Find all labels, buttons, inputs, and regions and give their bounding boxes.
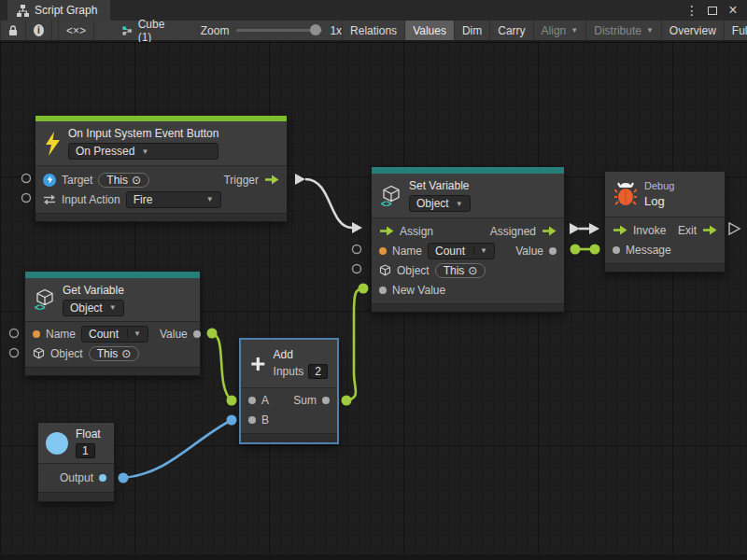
object-value: This — [97, 347, 119, 360]
tab-bar: Script Graph ⋮ × — [0, 0, 747, 21]
sum-output-port[interactable] — [322, 397, 330, 404]
name-label: Name — [392, 245, 422, 258]
bug-icon — [614, 182, 637, 206]
variable-scope-dropdown[interactable]: Object ▼ — [409, 195, 471, 212]
zoom-control: Zoom 1x — [201, 21, 342, 40]
svg-text:<>: <> — [35, 302, 46, 312]
input-action-dropdown[interactable]: Fire ▼ — [126, 191, 221, 208]
float-icon — [46, 432, 68, 455]
distribute-button[interactable]: Distribute ▼ — [586, 21, 662, 40]
chevron-down-icon: ▼ — [473, 246, 487, 255]
variable-scope-dropdown[interactable]: Object ▼ — [63, 300, 124, 316]
node-float[interactable]: Float 1 Output — [37, 422, 115, 502]
a-row: A Sum — [241, 390, 337, 410]
node-title: Float — [76, 427, 101, 441]
sum-label: Sum — [293, 394, 317, 407]
trigger-output-port[interactable] — [264, 175, 279, 185]
value-label: Value — [160, 328, 188, 341]
target-object-chip[interactable]: This ⊙ — [98, 173, 149, 188]
value-output-port[interactable] — [549, 247, 557, 255]
target-value: This — [106, 174, 128, 187]
target-label: Target — [62, 174, 92, 187]
message-input-port[interactable] — [613, 246, 620, 254]
close-icon[interactable]: × — [725, 2, 741, 19]
lock-icon — [8, 24, 18, 36]
a-input-port[interactable] — [248, 397, 256, 404]
new-value-input-port[interactable] — [379, 287, 387, 294]
align-button[interactable]: Align ▼ — [534, 21, 587, 40]
node-set-variable[interactable]: <> Set Variable Object ▼ Assign Assigned — [371, 166, 565, 313]
toolbar-right-group: Relations Values Dim Carry Align ▼ Distr… — [342, 21, 747, 40]
node-get-variable[interactable]: <> Get Variable Object ▼ Name Count ▼ Va… — [24, 271, 201, 376]
fullscreen-button[interactable]: Full Screen — [725, 21, 747, 40]
chevron-down-icon: ▼ — [456, 200, 463, 208]
align-label: Align — [542, 24, 567, 37]
carry-button[interactable]: Carry — [490, 21, 533, 40]
scope-value: Object — [416, 197, 449, 210]
event-mode-dropdown[interactable]: On Pressed ▼ — [68, 143, 218, 160]
graph-context[interactable]: Cube (1) — [122, 21, 169, 40]
node-on-input-system-event-button[interactable]: On Input System Event Button On Pressed … — [35, 115, 288, 222]
inputs-count-field[interactable]: 2 — [308, 364, 328, 379]
zoom-slider[interactable] — [236, 29, 322, 32]
object-row: Object This ⊙ — [25, 343, 200, 363]
node-category: Debug — [644, 180, 674, 191]
assign-input-port[interactable] — [379, 226, 394, 236]
info-icon: i — [34, 24, 44, 36]
zoom-slider-handle[interactable] — [310, 24, 321, 35]
tab-script-graph[interactable]: Script Graph — [7, 0, 110, 21]
chevron-down-icon: ▼ — [127, 329, 141, 338]
new-value-label: New Value — [392, 284, 445, 297]
variable-name-value: Count — [89, 328, 119, 341]
variable-cube-icon: <> — [381, 185, 402, 207]
variable-name-value: Count — [435, 245, 465, 258]
name-row: Name Count ▼ Value — [372, 241, 564, 260]
b-input-port[interactable] — [248, 416, 256, 424]
svg-text:<>: <> — [381, 198, 392, 207]
input-action-label: Input Action — [62, 193, 120, 206]
message-label: Message — [626, 244, 671, 257]
dim-button[interactable]: Dim — [455, 21, 490, 40]
exit-output-port[interactable] — [702, 225, 717, 235]
node-footer — [241, 433, 337, 442]
target-row: Target This ⊙ Trigger — [35, 170, 287, 189]
object-chip[interactable]: This ⊙ — [89, 346, 140, 361]
node-add[interactable]: Add Inputs 2 A Sum B — [239, 338, 339, 444]
maximize-icon[interactable] — [704, 2, 721, 19]
distribute-label: Distribute — [594, 24, 641, 37]
tab-title: Script Graph — [35, 4, 97, 17]
info-button[interactable]: i — [26, 21, 52, 40]
target-picker-icon: ⊙ — [468, 264, 477, 277]
name-input-port[interactable] — [379, 247, 387, 255]
node-debug-log[interactable]: Debug Log Invoke Exit Message — [604, 171, 726, 273]
chevron-down-icon: ▼ — [571, 26, 578, 35]
float-value-field[interactable]: 1 — [76, 443, 95, 458]
lock-button[interactable] — [0, 21, 26, 40]
values-button[interactable]: Values — [405, 21, 455, 40]
node-footer — [25, 367, 200, 375]
object-row: Object This ⊙ — [372, 260, 564, 280]
overview-button[interactable]: Overview — [662, 21, 725, 40]
variable-cube-icon: <> — [35, 288, 55, 311]
menu-icon[interactable]: ⋮ — [684, 2, 700, 19]
name-input-port[interactable] — [33, 330, 40, 338]
output-port[interactable] — [99, 474, 106, 482]
code-view-button[interactable]: <×> — [58, 21, 94, 40]
variable-name-dropdown[interactable]: Count ▼ — [428, 243, 495, 259]
window-controls: ⋮ × — [684, 2, 747, 19]
assigned-output-port[interactable] — [542, 226, 557, 236]
invoke-input-port[interactable] — [613, 225, 627, 235]
maximize-box — [708, 7, 717, 15]
b-label: B — [261, 413, 269, 427]
value-output-port[interactable] — [193, 330, 201, 338]
lightning-bolt-icon — [45, 132, 61, 156]
relations-button[interactable]: Relations — [342, 21, 405, 40]
node-footer — [38, 492, 114, 501]
object-chip[interactable]: This ⊙ — [435, 263, 486, 278]
output-row: Output — [38, 468, 114, 487]
variable-name-dropdown[interactable]: Count ▼ — [81, 326, 148, 343]
invoke-label: Invoke — [633, 224, 666, 237]
graph-context-label: Cube (1) — [138, 18, 169, 44]
object-label: Object — [50, 347, 83, 360]
node-title: On Input System Event Button — [68, 127, 218, 140]
